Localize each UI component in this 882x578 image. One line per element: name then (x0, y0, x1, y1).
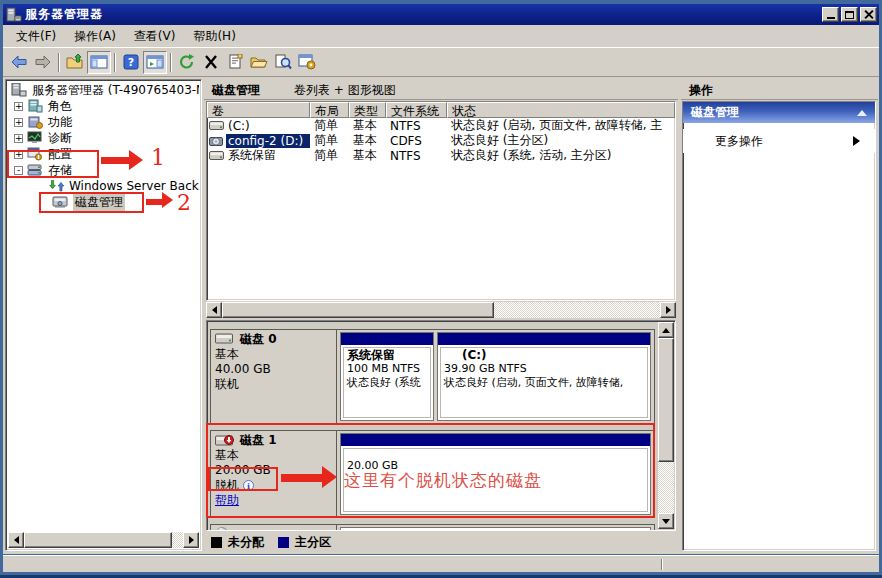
tree-item-roles[interactable]: + 角色 (8, 98, 199, 114)
features-icon (27, 115, 44, 129)
legend-unallocated-label: 未分配 (228, 534, 264, 551)
cd-drive-icon (209, 135, 226, 147)
partition-c[interactable]: (C:) 39.90 GB NTFS 状态良好 (启动, 页面文件, 故障转储, (437, 332, 651, 421)
server-manager-icon (11, 83, 28, 97)
close-icon (864, 10, 873, 19)
cdrom-0-row[interactable]: CD-ROM 0 (210, 524, 655, 530)
find-button[interactable] (271, 51, 295, 74)
info-icon[interactable] (243, 480, 254, 491)
scroll-left-button[interactable] (8, 532, 24, 548)
disk-1-unpartitioned-region[interactable]: 20.00 GB (340, 433, 651, 515)
window-title: 服务器管理器 (25, 6, 103, 23)
volume-list-horizontal-scrollbar[interactable] (206, 302, 676, 318)
tree-item-configuration[interactable]: + 配置 (8, 146, 199, 162)
delete-button[interactable] (199, 51, 223, 74)
minimize-icon (827, 17, 835, 19)
unallocated-swatch (211, 537, 222, 548)
expand-icon[interactable]: + (14, 150, 23, 159)
tree-item-diagnostics[interactable]: + 诊断 (8, 130, 199, 146)
scroll-left-button[interactable] (206, 302, 222, 318)
expand-icon[interactable]: + (14, 102, 23, 111)
column-header-layout[interactable]: 布局 (310, 102, 349, 118)
disk-1-row[interactable]: 磁盘 1 基本 20.00 GB 脱机 帮助 (210, 430, 655, 518)
primary-partition-bar (341, 434, 650, 446)
menu-file[interactable]: 文件(F) (7, 25, 65, 48)
actions-group-disk-management[interactable]: 磁盘管理 (683, 102, 875, 123)
offline-disk-icon (215, 434, 233, 447)
scroll-right-button[interactable] (183, 532, 199, 548)
maximize-icon (845, 11, 854, 19)
collapse-group-icon[interactable] (857, 105, 867, 116)
pane-view-description: 卷列表 + 图形视图 (294, 82, 396, 99)
minimize-button[interactable] (822, 7, 839, 22)
close-button[interactable] (860, 7, 877, 22)
volume-row-config2-selected[interactable]: config-2 (D:) 简单 基本 CDFS 状态良好 (主分区) (207, 133, 675, 148)
show-console-tree-button[interactable] (87, 51, 111, 74)
help-button[interactable]: ? (119, 51, 143, 74)
partition-system-reserved[interactable]: 系统保留 100 MB NTFS 状态良好 (系统 (340, 332, 434, 421)
expand-icon[interactable]: + (14, 118, 23, 127)
forward-button[interactable] (31, 51, 55, 74)
delete-icon (203, 54, 219, 70)
scrollbar-thumb[interactable] (658, 338, 674, 462)
snapin-about-icon (298, 54, 316, 70)
tree-item-storage[interactable]: - 存储 (8, 162, 199, 178)
tree-item-windows-server-backup[interactable]: Windows Server Backup (8, 178, 199, 194)
maximize-button[interactable] (841, 7, 858, 22)
menu-help[interactable]: 帮助(H) (184, 25, 244, 48)
collapse-icon[interactable]: - (14, 166, 23, 175)
up-one-level-button[interactable] (63, 51, 87, 74)
scrollbar-track[interactable] (24, 532, 183, 548)
cdrom-0-info[interactable]: CD-ROM 0 (211, 525, 337, 530)
show-action-pane-button[interactable] (143, 51, 167, 74)
back-button[interactable] (7, 51, 31, 74)
scrollbar-thumb[interactable] (222, 302, 494, 318)
open-folder-button[interactable] (247, 51, 271, 74)
column-header-type[interactable]: 类型 (349, 102, 386, 118)
menu-action[interactable]: 操作(A) (65, 25, 125, 48)
disk-management-panel: 磁盘管理 卷列表 + 图形视图 卷 布局 类型 文件系统 状态 (C:) 简单 … (204, 77, 678, 554)
scrollbar-track[interactable] (658, 338, 674, 513)
volume-type: 基本 (349, 147, 386, 164)
titlebar[interactable]: 服务器管理器 (3, 4, 879, 25)
graphical-view-vertical-scrollbar[interactable] (658, 322, 674, 529)
tree-item-label: Windows Server Backup (69, 179, 199, 193)
scrollbar-thumb[interactable] (24, 532, 172, 548)
help-link[interactable]: 帮助 (215, 493, 239, 507)
column-header-volume[interactable]: 卷 (207, 102, 310, 118)
help-icon: ? (123, 54, 139, 70)
scroll-right-button[interactable] (660, 302, 676, 318)
column-header-filesystem[interactable]: 文件系统 (386, 102, 447, 118)
expand-icon[interactable]: + (14, 134, 23, 143)
properties-button[interactable] (223, 51, 247, 74)
legend-primary-label: 主分区 (295, 534, 331, 551)
disk-state: 脱机 (215, 477, 239, 494)
partition-status: 状态良好 (启动, 页面文件, 故障转储, (444, 376, 644, 390)
disk-management-icon (52, 195, 69, 209)
disk-0-row[interactable]: 磁盘 0 基本 40.00 GB 联机 系统保留 100 MB (210, 329, 655, 424)
refresh-button[interactable] (175, 51, 199, 74)
tree-item-disk-management[interactable]: 磁盘管理 (8, 194, 199, 210)
scroll-up-button[interactable] (658, 322, 674, 338)
volume-row-c[interactable]: (C:) 简单 基本 NTFS 状态良好 (启动, 页面文件, 故障转储, 主 (207, 118, 675, 133)
tree-item-root[interactable]: 服务器管理器 (T-490765403-ND (8, 82, 199, 98)
snapin-about-button[interactable] (295, 51, 319, 74)
volume-filesystem: NTFS (386, 149, 447, 163)
scrollbar-track[interactable] (222, 302, 660, 318)
tree-item-features[interactable]: + 功能 (8, 114, 199, 130)
tree-horizontal-scrollbar[interactable] (8, 532, 199, 548)
down-arrow-icon (662, 519, 670, 528)
volume-filesystem: NTFS (386, 119, 447, 133)
actions-pane-header: 操作 (681, 81, 878, 100)
volume-row-system-reserved[interactable]: 系统保留 简单 基本 NTFS 状态良好 (系统, 活动, 主分区) (207, 148, 675, 163)
refresh-icon (178, 54, 196, 70)
toolbar-separator (58, 53, 60, 72)
server-manager-window: 服务器管理器 文件(F) 操作(A) 查看(V) 帮助(H) ? (0, 0, 882, 578)
more-actions-item[interactable]: 更多操作 (683, 129, 875, 153)
disk-rows: 磁盘 0 基本 40.00 GB 联机 系统保留 100 MB (209, 329, 656, 530)
scroll-down-button[interactable] (658, 513, 674, 529)
disk-1-info[interactable]: 磁盘 1 基本 20.00 GB 脱机 帮助 (211, 431, 337, 517)
column-header-status[interactable]: 状态 (447, 102, 675, 118)
menu-view[interactable]: 查看(V) (125, 25, 185, 48)
disk-0-info[interactable]: 磁盘 0 基本 40.00 GB 联机 (211, 330, 337, 423)
